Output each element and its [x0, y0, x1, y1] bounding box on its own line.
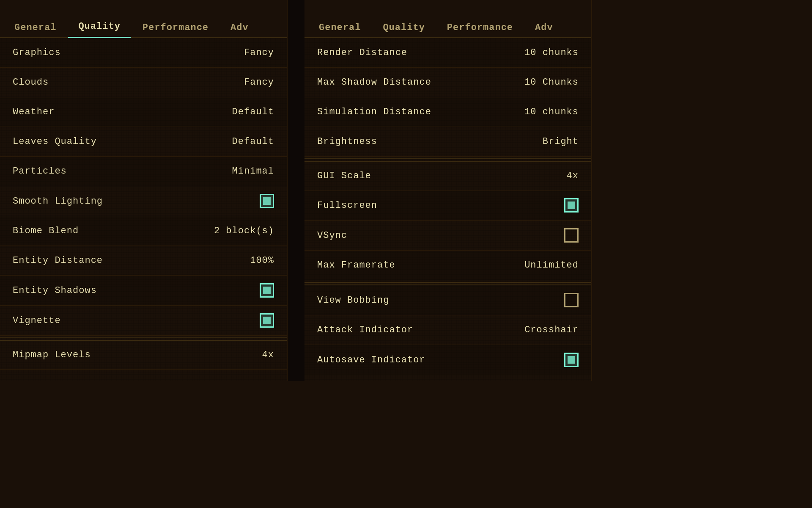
left-tab-performance[interactable]: Performance	[132, 17, 219, 38]
label-entity-distance: Entity Distance	[13, 255, 103, 266]
setting-max-framerate[interactable]: Max Framerate Unlimited	[304, 251, 591, 280]
value-gui-scale: 4x	[567, 171, 579, 181]
label-biome-blend: Biome Blend	[13, 226, 79, 236]
setting-simulation-distance[interactable]: Simulation Distance 10 chunks	[304, 97, 591, 127]
checkbox-fullscreen[interactable]	[564, 198, 579, 213]
value-clouds: Fancy	[244, 77, 274, 88]
setting-leaves-quality[interactable]: Leaves Quality Default	[0, 127, 287, 157]
right-settings-list: Render Distance 10 chunks Max Shadow Dis…	[304, 38, 591, 375]
label-brightness: Brightness	[317, 136, 377, 147]
label-vsync: VSync	[317, 230, 347, 241]
divider-3	[304, 282, 591, 283]
right-tab-performance[interactable]: Performance	[437, 17, 523, 38]
label-max-shadow-distance: Max Shadow Distance	[317, 77, 431, 88]
setting-biome-blend[interactable]: Biome Blend 2 block(s)	[0, 216, 287, 246]
right-tab-bar: General Quality Performance Adv	[304, 0, 591, 38]
label-weather: Weather	[13, 107, 55, 117]
value-leaves-quality: Default	[232, 136, 274, 147]
label-fullscreen: Fullscreen	[317, 200, 377, 211]
label-graphics: Graphics	[13, 47, 61, 58]
checkbox-autosave-indicator[interactable]	[564, 353, 579, 367]
value-weather: Default	[232, 107, 274, 117]
setting-graphics[interactable]: Graphics Fancy	[0, 38, 287, 68]
label-view-bobbing: View Bobbing	[317, 295, 389, 306]
setting-max-shadow-distance[interactable]: Max Shadow Distance 10 Chunks	[304, 68, 591, 97]
label-gui-scale: GUI Scale	[317, 171, 371, 181]
setting-gui-scale[interactable]: GUI Scale 4x	[304, 161, 591, 190]
value-mipmap-levels: 4x	[262, 350, 274, 360]
label-entity-shadows: Entity Shadows	[13, 285, 97, 296]
right-tab-advanced[interactable]: Adv	[525, 17, 563, 38]
value-max-shadow-distance: 10 Chunks	[524, 77, 579, 88]
label-render-distance: Render Distance	[317, 47, 407, 58]
setting-view-bobbing[interactable]: View Bobbing	[304, 284, 591, 315]
right-tab-quality[interactable]: Quality	[373, 17, 435, 38]
checkbox-view-bobbing[interactable]	[564, 293, 579, 307]
setting-vignette[interactable]: Vignette	[0, 306, 287, 336]
setting-brightness[interactable]: Brightness Bright	[304, 127, 591, 157]
label-leaves-quality: Leaves Quality	[13, 136, 97, 147]
value-simulation-distance: 10 chunks	[524, 107, 579, 117]
value-max-framerate: Unlimited	[524, 260, 579, 271]
label-smooth-lighting: Smooth Lighting	[13, 196, 103, 207]
setting-mipmap-levels[interactable]: Mipmap Levels 4x	[0, 340, 287, 370]
panel-gap	[288, 0, 304, 381]
divider-1	[0, 337, 287, 338]
value-entity-distance: 100%	[250, 255, 274, 266]
value-particles: Minimal	[232, 166, 274, 177]
label-mipmap-levels: Mipmap Levels	[13, 350, 91, 360]
setting-smooth-lighting[interactable]: Smooth Lighting	[0, 186, 287, 216]
value-graphics: Fancy	[244, 47, 274, 58]
checkbox-entity-shadows[interactable]	[260, 283, 274, 298]
label-autosave-indicator: Autosave Indicator	[317, 355, 425, 365]
left-tab-advanced[interactable]: Adv	[220, 17, 259, 38]
label-vignette: Vignette	[13, 315, 61, 326]
setting-weather[interactable]: Weather Default	[0, 97, 287, 127]
left-tab-bar: General Quality Performance Adv	[0, 0, 287, 38]
setting-autosave-indicator[interactable]: Autosave Indicator	[304, 345, 591, 375]
setting-particles[interactable]: Particles Minimal	[0, 157, 287, 186]
setting-fullscreen[interactable]: Fullscreen	[304, 190, 591, 221]
value-brightness: Bright	[543, 136, 579, 147]
setting-clouds[interactable]: Clouds Fancy	[0, 68, 287, 97]
setting-vsync[interactable]: VSync	[304, 221, 591, 251]
left-tab-general[interactable]: General	[4, 17, 66, 38]
value-biome-blend: 2 block(s)	[214, 226, 274, 236]
setting-attack-indicator[interactable]: Attack Indicator Crosshair	[304, 315, 591, 345]
left-panel: General Quality Performance Adv Graphics…	[0, 0, 288, 381]
left-tab-quality[interactable]: Quality	[68, 16, 130, 38]
right-tab-general[interactable]: General	[309, 17, 371, 38]
label-particles: Particles	[13, 166, 67, 177]
label-simulation-distance: Simulation Distance	[317, 107, 431, 117]
label-attack-indicator: Attack Indicator	[317, 325, 413, 335]
checkbox-vignette[interactable]	[260, 313, 274, 328]
value-attack-indicator: Crosshair	[524, 325, 579, 335]
value-render-distance: 10 chunks	[524, 47, 579, 58]
setting-render-distance[interactable]: Render Distance 10 chunks	[304, 38, 591, 68]
checkbox-smooth-lighting[interactable]	[260, 194, 274, 208]
setting-entity-distance[interactable]: Entity Distance 100%	[0, 246, 287, 276]
label-max-framerate: Max Framerate	[317, 260, 395, 271]
label-clouds: Clouds	[13, 77, 49, 88]
divider-2	[304, 158, 591, 159]
checkbox-vsync[interactable]	[564, 228, 579, 243]
right-panel: General Quality Performance Adv Render D…	[304, 0, 592, 381]
setting-entity-shadows[interactable]: Entity Shadows	[0, 276, 287, 306]
left-settings-list: Graphics Fancy Clouds Fancy Weather Defa…	[0, 38, 287, 370]
